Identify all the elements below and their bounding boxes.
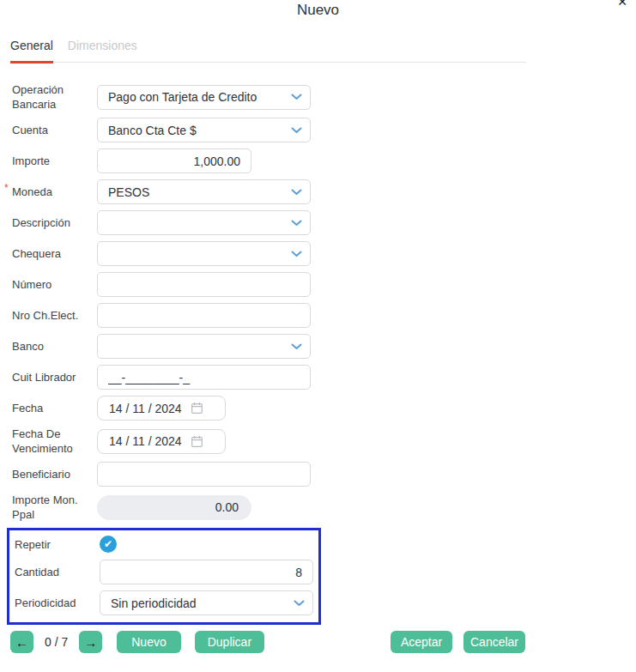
row-periodicidad: Periodicidad Sin periodicidad [12, 590, 318, 615]
row-operacion-bancaria: Operación Bancaria Pago con Tarjeta de C… [0, 82, 636, 112]
row-cuit-librador: Cuit Librador [0, 365, 636, 390]
cuenta-select[interactable]: Banco Cta Cte $ [97, 118, 311, 142]
row-descripcion: Descripción [0, 210, 636, 235]
record-counter: 0 / 7 [45, 635, 68, 649]
operacion-bancaria-value: Pago con Tarjeta de Credito [108, 90, 257, 104]
importe-mon-ppal-value: 0.00 [215, 500, 239, 514]
repetir-label: Repetir [15, 537, 100, 552]
importe-input[interactable] [97, 148, 251, 173]
chevron-down-icon [291, 343, 302, 350]
cuenta-label: Cuenta [12, 123, 97, 137]
dialog-actions: Aceptar Cancelar [391, 631, 525, 653]
cantidad-label: Cantidad [15, 565, 100, 579]
row-importe-mon-ppal: Importe Mon. Ppal 0.00 [0, 493, 636, 522]
row-beneficiario: Beneficiario [0, 462, 636, 487]
cuit-librador-input[interactable] [97, 365, 311, 390]
cuenta-value: Banco Cta Cte $ [108, 124, 197, 137]
chevron-down-icon [291, 251, 302, 257]
fecha-input[interactable]: 14 / 11 / 2024 [97, 396, 226, 421]
page-title: Nuevo [0, 0, 636, 19]
beneficiario-input[interactable] [97, 462, 311, 487]
row-fecha: Fecha 14 / 11 / 2024 [0, 396, 636, 421]
importe-mon-ppal-label: Importe Mon. Ppal [12, 493, 97, 522]
tab-bar: General Dimensiones [10, 39, 526, 63]
calendar-icon[interactable] [191, 402, 203, 415]
numero-input[interactable] [97, 272, 311, 297]
previous-record-button[interactable]: ← [10, 631, 33, 653]
operacion-bancaria-select[interactable]: Pago con Tarjeta de Credito [97, 85, 311, 110]
arrow-right-icon: → [84, 635, 97, 650]
row-cuenta: Cuenta Banco Cta Cte $ [0, 118, 636, 142]
numero-label: Número [12, 277, 97, 292]
banco-select[interactable] [97, 334, 311, 359]
nuevo-button[interactable]: Nuevo [117, 631, 180, 653]
nro-ch-elect-input[interactable] [97, 303, 311, 328]
check-icon: ✔ [104, 538, 112, 550]
footer-toolbar: ← 0 / 7 → Nuevo Duplicar Aceptar Cancela… [0, 631, 636, 654]
row-numero: Número [0, 272, 636, 297]
chevron-down-icon [291, 94, 302, 100]
chevron-down-icon [291, 127, 302, 134]
fecha-label: Fecha [12, 401, 97, 415]
required-marker: * [4, 182, 9, 194]
cuit-librador-label: Cuit Librador [12, 370, 97, 384]
banco-label: Banco [12, 339, 97, 354]
row-importe: Importe [0, 148, 636, 173]
duplicar-button[interactable]: Duplicar [195, 631, 264, 653]
descripcion-select[interactable] [97, 210, 311, 235]
periodicidad-select[interactable]: Sin periodicidad [100, 590, 313, 615]
importe-mon-ppal-readonly-field: 0.00 [97, 495, 251, 520]
row-chequera: Chequera [0, 241, 636, 266]
fecha-value: 14 / 11 / 2024 [109, 402, 182, 415]
record-navigation: ← 0 / 7 → Nuevo Duplicar [10, 631, 264, 653]
cancelar-button[interactable]: Cancelar [463, 631, 525, 653]
nro-ch-elect-label: Nro Ch.Elect. [12, 308, 97, 323]
row-fecha-vencimiento: Fecha De Vencimiento 14 / 11 / 2024 [0, 427, 636, 456]
fecha-vencimiento-value: 14 / 11 / 2024 [109, 434, 182, 448]
row-cantidad: Cantidad [12, 560, 318, 584]
cantidad-input[interactable] [100, 560, 313, 584]
descripcion-label: Descripción [12, 215, 97, 230]
chevron-down-icon [291, 220, 302, 227]
row-moneda: * Moneda PESOS [0, 179, 636, 204]
moneda-value: PESOS [108, 185, 149, 199]
aceptar-button[interactable]: Aceptar [391, 631, 452, 653]
periodicidad-label: Periodicidad [15, 596, 100, 610]
fecha-vencimiento-label: Fecha De Vencimiento [12, 427, 97, 456]
fecha-vencimiento-input[interactable]: 14 / 11 / 2024 [97, 429, 226, 454]
moneda-select[interactable]: PESOS [97, 179, 311, 204]
form: Operación Bancaria Pago con Tarjeta de C… [0, 82, 636, 625]
chevron-down-icon [291, 189, 302, 196]
next-record-button[interactable]: → [79, 631, 102, 653]
moneda-label: Moneda [12, 185, 97, 199]
row-repetir: Repetir ✔ [12, 535, 318, 554]
beneficiario-label: Beneficiario [12, 467, 97, 481]
chevron-down-icon [294, 600, 305, 607]
operacion-bancaria-label: Operación Bancaria [12, 82, 97, 112]
importe-label: Importe [12, 154, 97, 168]
repetir-checkbox[interactable]: ✔ [100, 536, 117, 553]
chequera-label: Chequera [12, 246, 97, 261]
periodicidad-value: Sin periodicidad [111, 596, 197, 610]
calendar-icon[interactable] [191, 435, 203, 448]
tab-general[interactable]: General [10, 39, 53, 64]
close-icon[interactable]: ✕ [617, 0, 627, 8]
arrow-left-icon: ← [15, 635, 28, 650]
tab-dimensiones[interactable]: Dimensiones [68, 39, 137, 62]
row-nro-ch-elect: Nro Ch.Elect. [0, 303, 636, 328]
chequera-select[interactable] [97, 241, 311, 266]
repeat-section-highlight: Repetir ✔ Cantidad Periodicidad Sin peri… [7, 528, 321, 625]
row-banco: Banco [0, 334, 636, 359]
